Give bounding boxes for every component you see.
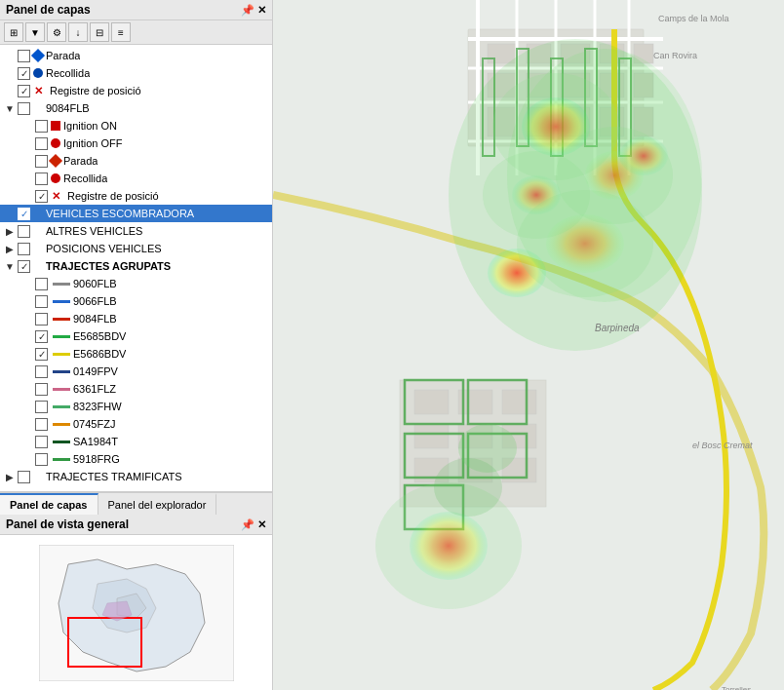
checkbox-altres-vehicles[interactable]: [18, 225, 30, 238]
tree-item-registre2[interactable]: ✓ ✕ Registre de posició: [0, 187, 272, 205]
expander-posicions-vehicles[interactable]: ▶: [2, 241, 18, 256]
tree-item-vehicles-escombr[interactable]: ✓ VEHICLES ESCOMBRADORA: [0, 205, 272, 222]
item-label-t9060FLB: 9060FLB: [73, 278, 117, 289]
checkbox-t5918FRG[interactable]: [35, 453, 48, 466]
tree-item-t0149FPV[interactable]: 0149FPV: [0, 363, 272, 380]
expander-9084FLB[interactable]: ▼: [2, 100, 18, 116]
tree-item-t9060FLB[interactable]: 9060FLB: [0, 275, 272, 292]
tree-item-tE5685BDV[interactable]: ✓ E5685BDV: [0, 327, 272, 345]
toolbar-btn-2[interactable]: ▼: [25, 22, 45, 42]
item-label-ignition-off: Ignition OFF: [63, 137, 123, 149]
tree-item-posicions-vehicles[interactable]: ▶ POSICIONS VEHICLES: [0, 240, 272, 257]
tree-item-recollida2[interactable]: Recollida: [0, 170, 272, 187]
toolbar-btn-6[interactable]: ≡: [111, 22, 131, 42]
toolbar-btn-4[interactable]: ↓: [68, 22, 88, 42]
item-label-altres-vehicles: ALTRES VEHICLES: [46, 225, 142, 237]
checkbox-t0149FPV[interactable]: [35, 365, 48, 378]
tree-item-trajectes-tramificats[interactable]: ▶ TRAJECTES TRAMIFICATS: [0, 468, 272, 485]
toolbar-btn-1[interactable]: ⊞: [4, 22, 23, 42]
layers-panel-header: Panel de capas 📌 ✕: [0, 0, 272, 20]
checkbox-t9084FLB[interactable]: [35, 313, 48, 326]
overview-panel: Panel de vista general 📌 ✕: [0, 515, 272, 690]
tree-item-tSA1984T[interactable]: SA1984T: [0, 433, 272, 450]
checkbox-trajectes-tramificats[interactable]: [18, 471, 30, 483]
checkbox-tE5685BDV[interactable]: ✓: [35, 330, 48, 343]
overview-header-icons: 📌 ✕: [241, 518, 266, 531]
tab-capas[interactable]: Panel de capas: [0, 493, 98, 515]
expander-t0149FPV: [20, 364, 35, 379]
checkbox-trajectes-agrupats[interactable]: ✓: [18, 260, 30, 273]
left-panel: Panel de capas 📌 ✕ ⊞ ▼ ⚙ ↓ ⊟ ≡ Par: [0, 0, 273, 690]
close-icon[interactable]: ✕: [257, 4, 266, 17]
checkbox-recollida2[interactable]: [35, 172, 48, 185]
tree-item-recollida1[interactable]: ✓ Recollida: [0, 64, 272, 82]
overview-close-icon[interactable]: ✕: [257, 518, 266, 531]
tree-item-altres-vehicles[interactable]: ▶ ALTRES VEHICLES: [0, 222, 272, 240]
checkbox-registre2[interactable]: ✓: [35, 190, 48, 203]
tree-item-parada1[interactable]: Parada: [0, 47, 272, 64]
item-label-parada1: Parada: [46, 50, 80, 61]
checkbox-recollida1[interactable]: ✓: [18, 67, 30, 80]
map-area[interactable]: Camps de la Mola Can Rovira Barpineda el…: [273, 0, 784, 690]
svg-text:Barpineda: Barpineda: [595, 323, 640, 333]
svg-rect-33: [414, 424, 449, 448]
item-label-9084FLB: 9084FLB: [46, 102, 90, 114]
item-label-recollida2: Recollida: [63, 172, 107, 184]
checkbox-parada2[interactable]: [35, 155, 48, 168]
expander-t0745FZJ: [20, 416, 35, 432]
tree-item-ignition-on[interactable]: Ignition ON: [0, 117, 272, 134]
overview-map: [39, 545, 234, 681]
checkbox-t9066FLB[interactable]: [35, 295, 48, 308]
expander-t9066FLB: [20, 293, 35, 309]
checkbox-tSA1984T[interactable]: [35, 436, 48, 448]
checkbox-registre1[interactable]: ✓: [18, 85, 30, 97]
item-label-parada2: Parada: [63, 155, 98, 167]
checkbox-tE5686BDV[interactable]: ✓: [35, 348, 48, 361]
tree-item-t5918FRG[interactable]: 5918FRG: [0, 450, 272, 468]
expander-ignition-on: [20, 118, 35, 134]
item-label-ignition-on: Ignition ON: [63, 120, 117, 132]
overview-panel-header: Panel de vista general 📌 ✕: [0, 515, 272, 535]
checkbox-t9060FLB[interactable]: [35, 278, 48, 290]
pin-icon[interactable]: 📌: [241, 4, 255, 17]
item-label-t6361FLZ: 6361FLZ: [73, 383, 116, 395]
checkbox-parada1[interactable]: [18, 50, 30, 62]
tree-item-tE5686BDV[interactable]: ✓ E5686BDV: [0, 345, 272, 363]
checkbox-posicions-vehicles[interactable]: [18, 243, 30, 255]
tree-item-9084FLB[interactable]: ▼ 9084FLB: [0, 99, 272, 117]
tree-item-ignition-off[interactable]: Ignition OFF: [0, 134, 272, 152]
layers-panel: Panel de capas 📌 ✕ ⊞ ▼ ⚙ ↓ ⊟ ≡ Par: [0, 0, 272, 492]
expander-tE5686BDV: [20, 346, 35, 362]
tree-item-t9066FLB[interactable]: 9066FLB: [0, 292, 272, 310]
layers-tree[interactable]: Parada ✓ Recollida ✓ ✕ Registre de posic…: [0, 45, 272, 491]
overview-pin-icon[interactable]: 📌: [241, 518, 255, 531]
panel-toolbar: ⊞ ▼ ⚙ ↓ ⊟ ≡: [0, 20, 272, 45]
expander-trajectes-agrupats[interactable]: ▼: [2, 258, 18, 274]
tree-item-t9084FLB[interactable]: 9084FLB: [0, 310, 272, 327]
expander-altres-vehicles[interactable]: ▶: [2, 223, 18, 239]
expander-tSA1984T: [20, 434, 35, 449]
tree-item-parada2[interactable]: Parada: [0, 152, 272, 170]
tree-item-t6361FLZ[interactable]: 6361FLZ: [0, 380, 272, 398]
tree-item-registre1[interactable]: ✓ ✕ Registre de posició: [0, 82, 272, 99]
tab-explorador[interactable]: Panel del explorador: [98, 493, 217, 515]
expander-trajectes-tramificats[interactable]: ▶: [2, 469, 18, 484]
checkbox-t6361FLZ[interactable]: [35, 383, 48, 396]
checkbox-9084FLB[interactable]: [18, 102, 30, 115]
checkbox-ignition-on[interactable]: [35, 120, 48, 133]
toolbar-btn-5[interactable]: ⊟: [90, 22, 109, 42]
expander-t9060FLB: [20, 276, 35, 291]
tree-item-t0745FZJ[interactable]: 0745FZJ: [0, 415, 272, 433]
tree-item-t8323FHW[interactable]: 8323FHW: [0, 398, 272, 415]
checkbox-ignition-off[interactable]: [35, 137, 48, 150]
checkbox-t8323FHW[interactable]: [35, 401, 48, 413]
checkbox-t0745FZJ[interactable]: [35, 418, 48, 431]
expander-recollida2: [20, 171, 35, 186]
item-label-t9084FLB: 9084FLB: [73, 313, 117, 325]
expander-tE5685BDV: [20, 328, 35, 344]
svg-text:el Bosc Cremat: el Bosc Cremat: [692, 441, 753, 450]
item-label-posicions-vehicles: POSICIONS VEHICLES: [46, 243, 162, 254]
toolbar-btn-3[interactable]: ⚙: [47, 22, 66, 42]
tree-item-trajectes-agrupats[interactable]: ▼ ✓ TRAJECTES AGRUPATS: [0, 257, 272, 275]
checkbox-vehicles-escombr[interactable]: ✓: [18, 208, 30, 220]
